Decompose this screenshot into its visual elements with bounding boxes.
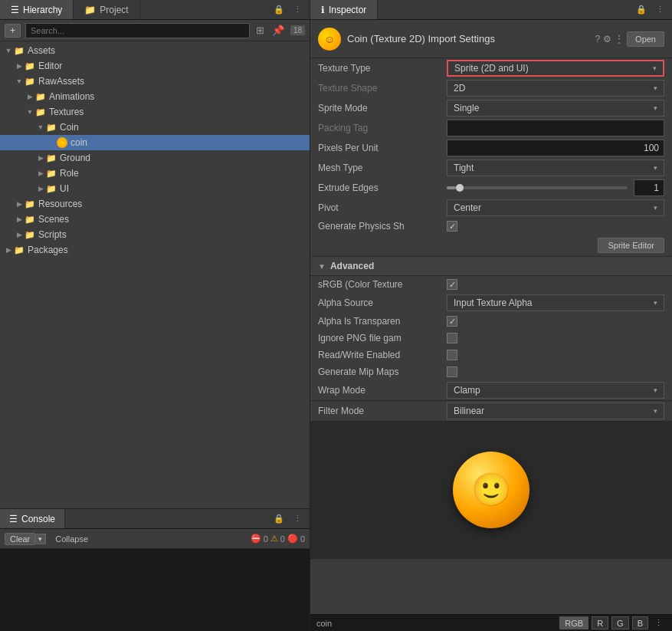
generate-physics-checkbox[interactable] (447, 221, 457, 232)
row-ignore-png: Ignore PNG file gam (310, 330, 672, 347)
row-texture-shape: Texture Shape 2D ▾ (310, 78, 672, 98)
preview-more-icon[interactable]: ⋮ (651, 616, 666, 629)
folder-rawassets-icon: 📁 (25, 77, 35, 87)
arrow-resources: ▶ (14, 200, 25, 208)
coin-face-icon: 🙂 (471, 474, 511, 506)
console-toolbar: Clear ▾ Collapse ⛔ 0 ⚠ 0 🔴 0 (0, 529, 310, 549)
tree-item-textures[interactable]: ▼ 📁 Textures (0, 104, 310, 120)
read-write-checkbox[interactable] (447, 350, 457, 360)
tree-item-coin-folder[interactable]: ▼ 📁 Coin (0, 120, 310, 135)
b-button[interactable]: B (632, 616, 648, 629)
row-generate-physics: Generate Physics Sh (310, 218, 672, 235)
arrow-packages: ▶ (3, 246, 14, 254)
row-alpha-source: Alpha Source Input Texture Alpha ▾ (310, 293, 672, 313)
texture-shape-label: Texture Shape (318, 83, 441, 94)
collapse-button[interactable]: Collapse (51, 534, 93, 544)
tab-project[interactable]: 📁 Project (74, 0, 139, 19)
tab-hierarchy[interactable]: ☰ Hierarchy (0, 0, 74, 19)
tree-label-role: Role (60, 168, 79, 179)
row-wrap-mode: Wrap Mode Clamp ▾ (310, 380, 672, 400)
help-icon[interactable]: ? (595, 31, 600, 47)
search-input[interactable] (25, 23, 250, 38)
inspector-more-icon[interactable]: ⋮ (653, 3, 667, 16)
pin-icon[interactable]: 📌 (270, 23, 286, 38)
inspector-lock-icon[interactable]: 🔒 (633, 3, 650, 16)
sprite-editor-button[interactable]: Sprite Editor (598, 238, 664, 253)
pivot-dropdown[interactable]: Center ▾ (447, 199, 664, 216)
tree-item-assets[interactable]: ▼ 📁 Assets (0, 43, 310, 58)
more-icon[interactable]: ⋮ (290, 3, 305, 16)
inspector-panel: ℹ Inspector 🔒 ⋮ Coin (Texture 2D) Import… (310, 0, 672, 631)
hierarchy-icon: ☰ (11, 5, 19, 15)
arrow-assets: ▼ (3, 47, 14, 54)
open-button[interactable]: Open (627, 31, 664, 47)
inspector-more-btn[interactable]: ⋮ (615, 31, 624, 47)
srgb-checkbox[interactable] (447, 279, 457, 290)
sprite-mode-dropdown[interactable]: Single ▾ (447, 100, 664, 117)
rgb-button[interactable]: RGB (559, 616, 588, 629)
settings-icon[interactable]: ⚙ (603, 31, 611, 47)
tree-item-animations[interactable]: ▶ 📁 Animations (0, 89, 310, 104)
folder-textures-icon: 📁 (35, 107, 46, 117)
tree-item-ground[interactable]: ▶ 📁 Ground (0, 150, 310, 166)
g-button[interactable]: G (611, 616, 629, 629)
arrow-coin-folder: ▼ (35, 123, 46, 131)
tree-label-coin-folder: Coin (60, 122, 79, 133)
alpha-source-dropdown[interactable]: Input Texture Alpha ▾ (447, 294, 664, 311)
mesh-type-dropdown[interactable]: Tight ▾ (447, 159, 664, 176)
tree-label-editor: Editor (38, 61, 62, 71)
arrow-ground: ▶ (35, 154, 46, 162)
tree-item-role[interactable]: ▶ 📁 Role (0, 166, 310, 181)
extrude-edges-label: Extrude Edges (318, 182, 441, 193)
extrude-edges-input[interactable] (634, 179, 664, 196)
wrap-mode-dropdown[interactable]: Clamp ▾ (447, 382, 664, 399)
texture-type-arrow: ▾ (653, 64, 657, 72)
arrow-scripts: ▶ (14, 231, 25, 238)
texture-type-dropdown[interactable]: Sprite (2D and UI) ▾ (447, 60, 664, 77)
tree-item-ui[interactable]: ▶ 📁 UI (0, 181, 310, 196)
tab-console[interactable]: ☰ Console (0, 509, 65, 528)
tree-label-packages: Packages (28, 245, 68, 255)
advanced-section-header[interactable]: ▼ Advanced (310, 256, 672, 276)
scene-icon[interactable]: ⊞ (254, 23, 266, 38)
pixels-per-unit-input[interactable] (447, 140, 664, 156)
lock-icon[interactable]: 🔒 (270, 3, 287, 16)
inspector-header: Coin (Texture 2D) Import Settings ? ⚙ ⋮ … (310, 20, 672, 58)
add-button[interactable]: + (5, 24, 21, 38)
mip-maps-label: Generate Mip Maps (318, 366, 441, 377)
tree-item-editor[interactable]: ▶ 📁 Editor (0, 58, 310, 74)
filter-mode-arrow: ▾ (654, 407, 657, 415)
slider-fill (447, 186, 456, 189)
console-body (0, 549, 310, 631)
tab-inspector[interactable]: ℹ Inspector (310, 0, 378, 19)
folder-assets-icon: 📁 (14, 46, 25, 56)
tree-label-ground: Ground (60, 153, 90, 163)
sprite-mode-value: Single (454, 103, 479, 113)
clear-arrow-button[interactable]: ▾ (35, 534, 46, 544)
console-tabs: ☰ Console 🔒 ⋮ (0, 509, 310, 529)
ignore-png-checkbox[interactable] (447, 333, 457, 343)
tree-item-scripts[interactable]: ▶ 📁 Scripts (0, 227, 310, 242)
tree-item-rawassets[interactable]: ▼ 📁 RawAssets (0, 74, 310, 89)
mesh-type-label: Mesh Type (318, 163, 441, 173)
alpha-transparent-checkbox[interactable] (447, 316, 457, 327)
coin-asset-icon (57, 137, 67, 148)
tree-item-packages[interactable]: ▶ 📁 Packages (0, 242, 310, 258)
tree-item-scenes[interactable]: ▶ 📁 Scenes (0, 212, 310, 227)
filter-mode-label: Filter Mode (318, 406, 441, 416)
advanced-arrow: ▼ (318, 262, 326, 271)
console-more-icon[interactable]: ⋮ (290, 512, 305, 525)
r-button[interactable]: R (592, 616, 608, 629)
packing-tag-input[interactable] (447, 120, 664, 136)
texture-shape-dropdown[interactable]: 2D ▾ (447, 80, 664, 97)
sprite-mode-label: Sprite Mode (318, 103, 441, 113)
tree-item-resources[interactable]: ▶ 📁 Resources (0, 196, 310, 212)
tree-item-coin[interactable]: coin (0, 135, 310, 150)
clear-button[interactable]: Clear (5, 533, 35, 545)
filter-mode-dropdown[interactable]: Bilinear ▾ (447, 403, 664, 419)
extrude-edges-slider[interactable] (447, 179, 664, 196)
tree-label-resources: Resources (38, 199, 82, 209)
tree-label-ui: UI (60, 183, 69, 194)
console-lock-icon[interactable]: 🔒 (270, 512, 287, 525)
mip-maps-checkbox[interactable] (447, 366, 457, 377)
